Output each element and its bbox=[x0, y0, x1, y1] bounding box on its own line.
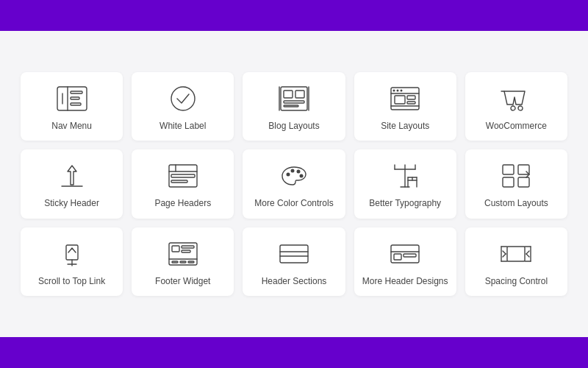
svg-point-33 bbox=[290, 169, 294, 173]
card-scroll-to-top[interactable]: Scroll to Top Link bbox=[21, 227, 123, 297]
svg-rect-57 bbox=[172, 246, 179, 252]
custom-layouts-icon bbox=[498, 161, 534, 191]
svg-rect-63 bbox=[280, 245, 308, 263]
scroll-to-top-label: Scroll to Top Link bbox=[38, 276, 105, 288]
sticky-header-label: Sticky Header bbox=[44, 198, 99, 210]
svg-rect-48 bbox=[503, 177, 514, 187]
card-nav-menu[interactable]: Nav Menu bbox=[21, 72, 123, 141]
card-more-header-designs[interactable]: More Header Designs bbox=[354, 227, 456, 297]
site-layouts-icon bbox=[387, 84, 423, 113]
spacing-control-icon bbox=[498, 239, 534, 269]
svg-line-80 bbox=[526, 254, 529, 257]
white-label-label: White Label bbox=[159, 121, 206, 132]
card-spacing-control[interactable]: Spacing Control bbox=[465, 227, 567, 297]
more-color-controls-icon bbox=[276, 161, 312, 191]
svg-rect-69 bbox=[404, 254, 416, 257]
svg-point-32 bbox=[286, 173, 290, 177]
card-better-typography[interactable]: Better Typography bbox=[354, 149, 456, 219]
header-sections-label: Header Sections bbox=[262, 276, 327, 288]
svg-rect-30 bbox=[171, 174, 195, 177]
custom-layouts-label: Custom Layouts bbox=[484, 198, 548, 210]
svg-rect-10 bbox=[284, 101, 304, 103]
svg-rect-58 bbox=[182, 246, 194, 248]
footer-widget-icon bbox=[165, 239, 201, 269]
svg-rect-4 bbox=[71, 97, 79, 99]
svg-rect-18 bbox=[407, 96, 415, 99]
nav-menu-label: Nav Menu bbox=[51, 121, 92, 132]
card-page-headers[interactable]: Page Headers bbox=[132, 149, 234, 219]
main-content: Nav Menu White Label bbox=[0, 31, 588, 337]
sticky-header-icon bbox=[54, 161, 90, 191]
svg-rect-19 bbox=[407, 102, 415, 104]
top-bar bbox=[0, 0, 588, 31]
svg-rect-60 bbox=[172, 261, 178, 263]
woocommerce-icon bbox=[498, 84, 534, 113]
svg-rect-59 bbox=[182, 250, 190, 252]
svg-rect-8 bbox=[284, 91, 293, 98]
card-woocommerce[interactable]: WooCommerce bbox=[465, 72, 567, 141]
white-label-icon bbox=[165, 84, 201, 113]
card-header-sections[interactable]: Header Sections bbox=[243, 227, 345, 297]
feature-grid: Nav Menu White Label bbox=[21, 72, 567, 297]
page-headers-icon bbox=[165, 161, 201, 191]
svg-point-35 bbox=[299, 174, 303, 178]
spacing-control-label: Spacing Control bbox=[485, 276, 548, 288]
better-typography-label: Better Typography bbox=[369, 198, 441, 210]
svg-rect-62 bbox=[188, 261, 194, 263]
card-sticky-header[interactable]: Sticky Header bbox=[21, 149, 123, 219]
svg-point-22 bbox=[401, 89, 403, 91]
svg-rect-17 bbox=[395, 96, 405, 104]
blog-layouts-label: Blog Layouts bbox=[268, 121, 319, 132]
more-header-designs-label: More Header Designs bbox=[362, 276, 448, 288]
nav-menu-icon bbox=[54, 84, 90, 113]
svg-line-78 bbox=[503, 254, 506, 257]
svg-rect-68 bbox=[394, 254, 401, 260]
header-sections-icon bbox=[276, 239, 312, 269]
site-layouts-label: Site Layouts bbox=[381, 121, 429, 132]
card-site-layouts[interactable]: Site Layouts bbox=[354, 72, 456, 141]
svg-rect-5 bbox=[71, 103, 81, 105]
svg-rect-27 bbox=[169, 165, 197, 187]
svg-line-79 bbox=[526, 251, 529, 254]
page-headers-label: Page Headers bbox=[154, 198, 211, 210]
svg-rect-70 bbox=[507, 247, 525, 261]
svg-point-6 bbox=[171, 87, 195, 110]
card-footer-widget[interactable]: Footer Widget bbox=[132, 227, 234, 297]
svg-rect-49 bbox=[518, 177, 529, 187]
footer-widget-label: Footer Widget bbox=[155, 276, 210, 288]
card-blog-layouts[interactable]: Blog Layouts bbox=[243, 72, 345, 141]
scroll-to-top-icon bbox=[54, 239, 90, 269]
card-white-label[interactable]: White Label bbox=[132, 72, 234, 141]
svg-point-34 bbox=[296, 170, 300, 174]
card-more-color-controls[interactable]: More Color Controls bbox=[243, 149, 345, 219]
svg-rect-61 bbox=[180, 261, 186, 263]
woocommerce-label: WooCommerce bbox=[486, 121, 547, 132]
svg-rect-11 bbox=[284, 105, 298, 107]
card-custom-layouts[interactable]: Custom Layouts bbox=[465, 149, 567, 219]
blog-layouts-icon bbox=[276, 84, 312, 113]
more-header-designs-icon bbox=[387, 239, 423, 269]
svg-point-20 bbox=[393, 89, 395, 91]
svg-point-24 bbox=[518, 106, 523, 110]
more-color-controls-label: More Color Controls bbox=[254, 198, 333, 210]
svg-line-77 bbox=[503, 251, 506, 254]
svg-point-21 bbox=[397, 89, 399, 91]
svg-rect-31 bbox=[171, 180, 187, 183]
better-typography-icon bbox=[387, 161, 423, 191]
svg-rect-3 bbox=[71, 91, 82, 93]
svg-point-23 bbox=[511, 106, 515, 110]
svg-rect-46 bbox=[503, 165, 514, 174]
svg-rect-9 bbox=[295, 91, 304, 98]
svg-rect-0 bbox=[57, 87, 87, 110]
bottom-bar bbox=[0, 337, 588, 368]
